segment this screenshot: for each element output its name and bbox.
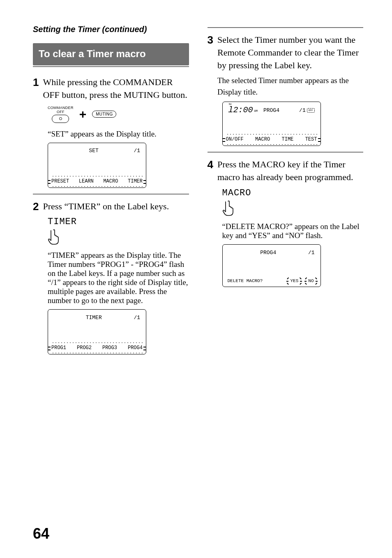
lcd-delete-question: DELETE MACRO?	[228, 278, 263, 283]
lcd-timer-label-prog3: PROG3	[102, 345, 117, 351]
continued-header: Setting the Timer (continued)	[33, 25, 189, 34]
lcd-timer-label-prog1: PROG1	[51, 345, 66, 351]
step-2-text: Press “TIMER” on the Label keys.	[43, 201, 169, 211]
lcd-clock-day: SU	[229, 103, 232, 106]
page-number: 64	[33, 525, 49, 542]
section-title: To clear a Timer macro	[33, 43, 189, 65]
button-combo-row: COMMANDER OFF + MUTING	[48, 106, 189, 123]
lcd-set-label-preset: PRESET	[51, 178, 69, 184]
commander-off-icon	[52, 115, 69, 123]
muting-button: MUTING	[92, 111, 116, 118]
lcd-clock-ampm: AM	[254, 110, 258, 113]
macro-key-label: MACRO	[222, 188, 364, 198]
lcd-set-label-timer: TIMER	[128, 178, 143, 184]
lcd-prog4-label-time: TIME	[281, 137, 293, 142]
lcd-set: SET /1 PRESET LEARN MACRO TIMER	[48, 143, 146, 188]
step-3-number: 3	[208, 34, 213, 97]
right-column: 3 Select the Timer number you want the R…	[208, 25, 364, 357]
lcd-delete-macro: PROG4 /1 DELETE MACRO? YES	[222, 244, 321, 287]
step-4-text: Press the MACRO key if the Timer macro h…	[217, 159, 353, 182]
step-1-result: “SET” appears as the Display title.	[48, 130, 189, 139]
step-2-number: 2	[33, 200, 39, 213]
lcd-prog4: SU l2:00 AM PROG4 /1 OFF	[222, 102, 321, 146]
rule-above-step3	[208, 27, 364, 28]
step-separator-3-4	[208, 152, 364, 153]
step-2: 2 Press “TIMER” on the Label keys.	[33, 200, 189, 213]
lcd-set-title: SET	[54, 148, 134, 154]
step-1-number: 1	[33, 76, 39, 102]
lcd-prog4-label-macro: MACRO	[255, 137, 270, 142]
timer-key-label: TIMER	[48, 217, 189, 227]
plus-icon: +	[79, 108, 87, 120]
lcd-prog4-page: /1	[299, 107, 306, 113]
lcd-timer-label-prog4: PROG4	[128, 345, 143, 351]
lcd-timer-title: TIMER	[54, 315, 134, 321]
lcd-clock: SU l2:00 AM	[228, 106, 258, 114]
lcd-timer-label-prog2: PROG2	[77, 345, 92, 351]
step-separator-1-2	[33, 194, 189, 194]
lcd-yes-option: YES	[288, 278, 300, 283]
hand-pointer-icon	[222, 200, 236, 216]
lcd-off-badge: OFF	[307, 108, 315, 113]
lcd-set-label-learn: LEARN	[79, 178, 94, 184]
left-column: Setting the Timer (continued) To clear a…	[33, 25, 189, 357]
step-4-result: “DELETE MACRO?” appears on the Label key…	[222, 222, 364, 240]
section-rule	[33, 66, 189, 67]
lcd-delete-title: PROG4	[228, 250, 308, 256]
lcd-delete-page: /1	[308, 250, 315, 256]
lcd-timer: TIMER /1 PROG1 PROG2 PROG3 PROG4	[48, 309, 146, 354]
lcd-clock-time: l2:00	[228, 106, 253, 114]
commander-label-top: COMMANDER	[48, 106, 74, 110]
step-1-text: While pressing the COMMANDER OFF button,…	[43, 77, 187, 100]
step-3-result: The selected Timer number appears as the…	[217, 75, 363, 97]
step-2-result: “TIMER” appears as the Display title. Th…	[48, 251, 189, 305]
step-1: 1 While pressing the COMMANDER OFF butto…	[33, 76, 189, 102]
lcd-timer-page: /1	[134, 315, 140, 321]
lcd-set-label-macro: MACRO	[103, 178, 118, 184]
lcd-prog4-title: PROG4	[258, 107, 299, 113]
step-4-number: 4	[208, 158, 213, 184]
hand-pointer-icon	[48, 229, 62, 245]
step-3-text: Select the Timer number you want the Rem…	[217, 35, 359, 70]
step-3: 3 Select the Timer number you want the R…	[208, 34, 364, 97]
lcd-prog4-label-onoff: ON/OFF	[226, 137, 244, 142]
commander-label-bottom: OFF	[57, 110, 65, 114]
lcd-set-page: /1	[134, 148, 140, 154]
step-4: 4 Press the MACRO key if the Timer macro…	[208, 158, 364, 184]
lcd-prog4-label-test: TEST	[305, 137, 317, 142]
lcd-no-option: NO	[307, 278, 315, 283]
commander-off-button: COMMANDER OFF	[48, 106, 74, 123]
